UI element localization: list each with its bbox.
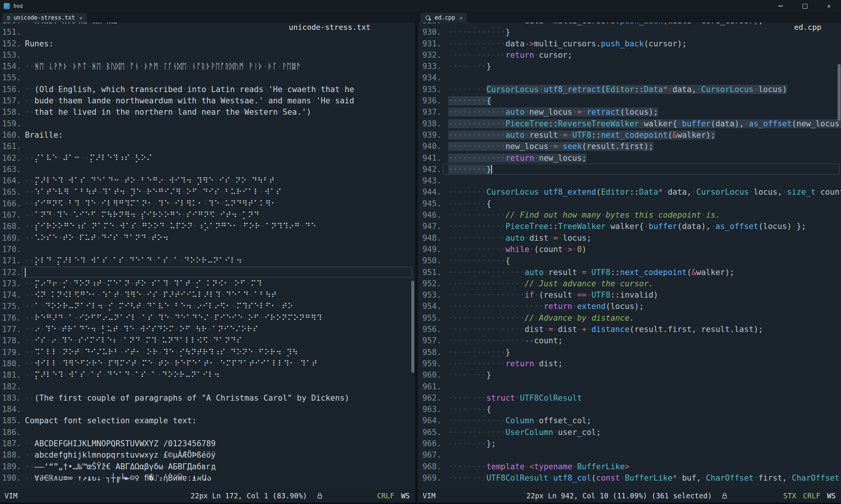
code-line[interactable]: 942.········} xyxy=(418,164,841,175)
text-line[interactable]: 162.··⡌⠁⠧⠑·⠼⠁⠒··⡍⠜⠇⠑⠹⠰⠎·⡣⠕⠌ xyxy=(0,152,415,164)
text-line[interactable]: 179.··⠩⠁⠇⠇·⠝⠕⠞·⠙⠊⠌⠥⠗⠃·⠊⠞⠂·⠕⠗·⠹⠑·⡊⠳⠝⠞⠗⠹⠰⠎… xyxy=(0,347,415,358)
code-line[interactable]: 931.············data->multi_cursors.push… xyxy=(418,38,841,49)
text-line[interactable]: 182. xyxy=(0,381,415,392)
text-line[interactable]: 187.··ABCDEFGHIJKLMNOPQRSTUVWXYZ·/012345… xyxy=(0,438,415,449)
text-line[interactable]: 183.··(The·first·couple·of·paragraphs·of… xyxy=(0,392,415,404)
text-line[interactable]: 173.··⡍⠔⠙⠖·⡊·⠙⠕⠝⠰⠞·⠍⠑⠁⠝·⠞⠕·⠎⠁⠹·⠹⠁⠞·⡊·⠅⠝⠪… xyxy=(0,278,415,289)
text-line[interactable]: 156.··(Old·English,·which·transcribed·in… xyxy=(0,84,415,95)
text-line[interactable]: 166.··⠎⠊⠛⠝⠫·⠃⠹·⠹⠑·⠊⠇⠻⠛⠹⠍⠁⠝⠂·⠹⠑·⠊⠇⠻⠅⠂·⠹⠑·… xyxy=(0,198,415,209)
text-line[interactable]: 152.Runes: xyxy=(0,38,415,49)
text-line[interactable]: 185.Compact·font·selection·example·text: xyxy=(0,415,415,426)
code-line[interactable]: 953.················if·(result·==·UTF8::… xyxy=(418,289,841,301)
code-line[interactable]: 934. xyxy=(418,72,841,83)
code-line[interactable]: 954.····················return·extend(lo… xyxy=(418,301,841,312)
scrollbar-thumb[interactable] xyxy=(411,281,414,373)
code-line[interactable]: 963.········{ xyxy=(418,404,841,415)
text-line[interactable]: 190.··∀∂∈ℝ∧∪≡∞·↑↗↨↻⇣·┐┼╔╘►☺♀·ﬁ�⑀₂ἠḂӥẄɐː⍎… xyxy=(0,472,415,484)
code-line[interactable]: 951.················auto·result·=·UTF8::… xyxy=(418,267,841,278)
code-line[interactable]: 962.········struct·UTF8ColResult xyxy=(418,392,841,404)
code-line[interactable]: 966.········}; xyxy=(418,438,841,449)
code-line[interactable]: 949.············while·(count·>·0) xyxy=(418,244,841,255)
minimize-button[interactable] xyxy=(769,0,793,12)
text-line[interactable]: 180.··⠺⠊⠇⠇·⠹⠻⠑⠋⠕⠗⠑·⠏⠻⠍⠊⠞·⠍⠑·⠞⠕·⠗⠑⠏⠑⠁⠞⠂·⠑… xyxy=(0,358,415,369)
code-line[interactable]: 944.········CursorLocus·utf8_extend(Edit… xyxy=(418,186,841,198)
pane-splitter[interactable] xyxy=(415,23,418,502)
code-line[interactable]: 938.············PieceTree::ReverseTreeWa… xyxy=(418,118,841,129)
code-line[interactable]: 941.············return·new_locus; xyxy=(418,152,841,164)
code-line[interactable]: 957.················--count; xyxy=(418,335,841,346)
code-line[interactable]: 958.············} xyxy=(418,347,841,358)
code-line[interactable]: 959.············return·dist; xyxy=(418,358,841,369)
text-line[interactable]: 176.··⠗⠑⠛⠜⠙·⠁·⠊⠕⠋⠋⠔⠤⠝⠁⠊⠇·⠁⠎·⠹⠑·⠙⠑⠁⠙⠑⠌·⠏⠊… xyxy=(0,312,415,324)
text-line[interactable]: 159. xyxy=(0,118,415,129)
editor-pane-left[interactable]: 150.··እግርህን·በፍራሽህ·ልክ·ዘርጋ።151.152.Runes:1… xyxy=(0,23,415,489)
lock-icon[interactable] xyxy=(317,493,323,499)
tab-ed-cpp[interactable]: ed.cpp ✕ xyxy=(420,13,467,23)
text-line[interactable]: 174.··⠪⠝·⠅⠝⠪⠇⠫⠛⠑⠂·⠱⠁⠞·⠹⠻⠑·⠊⠎·⠏⠜⠞⠊⠊⠥⠇⠜⠇⠹·… xyxy=(0,289,415,301)
text-line[interactable]: 172. xyxy=(0,267,415,278)
code-line[interactable]: 943. xyxy=(418,175,841,186)
text-line[interactable]: 184. xyxy=(0,404,415,415)
text-line[interactable]: 169.··⠡⠕⠎⠑·⠞⠕·⠏⠥⠞·⠙⠊⠎·⠙⠁⠝⠙·⠞⠕⠲ xyxy=(0,232,415,244)
lock-icon[interactable] xyxy=(722,493,727,499)
text-line[interactable]: 160.Braille: xyxy=(0,129,415,141)
code-line[interactable]: 945.········{ xyxy=(418,198,841,209)
code-line[interactable]: 952.················//·Just·advance·the·… xyxy=(418,278,841,289)
line-number: 164. xyxy=(0,175,21,186)
text-line[interactable]: 161. xyxy=(0,141,415,152)
tab-close-icon[interactable]: ✕ xyxy=(460,15,463,21)
line-number: 163. xyxy=(0,164,21,175)
text-line[interactable]: 188.··abcdefghijklmnopqrstuvwxyz·£©µÀÆÖÞ… xyxy=(0,449,415,461)
code-line[interactable]: 950.············{ xyxy=(418,255,841,266)
code-line[interactable]: 937.············auto·new_locus·=·retract… xyxy=(418,106,841,118)
code-line[interactable]: 948.············auto·dist·=·locus; xyxy=(418,232,841,244)
code-line[interactable]: 932.············return·cursor; xyxy=(418,49,841,61)
text-line[interactable]: 175.··⠁·⠙⠕⠕⠗⠤⠝⠁⠊⠇⠲·⡊·⠍⠊⠣⠞·⠙⠁⠧⠑·⠃⠑⠲·⠔⠊⠇⠔⠫… xyxy=(0,301,415,312)
code-line[interactable]: 933.········} xyxy=(418,61,841,72)
code-line[interactable]: 967. xyxy=(418,449,841,461)
text-line[interactable]: 157.··bude·thaem·lande·northweardum·with… xyxy=(0,95,415,106)
close-button[interactable]: ✕ xyxy=(817,0,841,12)
text-line[interactable]: 165.··⠱⠁⠞⠑⠧⠻·⠁⠃⠳⠞·⠹⠁⠞⠲·⡹⠑·⠗⠑⠛⠊⠌⠻·⠕⠋·⠙⠊⠎·… xyxy=(0,186,415,198)
code-line[interactable]: 968.········template·<typename·BufferLik… xyxy=(418,461,841,472)
tab-close-icon[interactable]: ✕ xyxy=(80,15,83,21)
code-line[interactable]: 939.············auto·result·=·UTF8::next… xyxy=(418,129,841,141)
status-flag-ws: WS xyxy=(401,492,410,500)
code-line[interactable]: 964.············Column·offset_col; xyxy=(418,415,841,426)
text-line[interactable]: 170. xyxy=(0,244,415,255)
text-line[interactable]: 154.··ᚻᛖ·ᚳᚹᚫᚦ·ᚦᚫᛏ·ᚻᛖ·ᛒᚢᛞᛖ·ᚩᚾ·ᚦᚫᛗ·ᛚᚪᚾᛞᛖ·ᚾ… xyxy=(0,61,415,72)
maximize-icon xyxy=(803,4,807,9)
code-line[interactable]: 929.················data->multi_cursors.… xyxy=(418,23,841,26)
code-line[interactable]: 965.············UserColumn·user_col; xyxy=(418,427,841,438)
text-line[interactable]: 168.··⡎⠊⠗⠕⠕⠛⠑⠰⠎·⠝⠁⠍⠑·⠺⠁⠎·⠛⠕⠕⠙·⠥⠏⠕⠝·⠰⡡⠁⠝⠛… xyxy=(0,221,415,232)
scrollbar-thumb[interactable] xyxy=(838,64,841,121)
line-number: 152. xyxy=(0,38,21,49)
text-line[interactable]: 158.··that·he·lived·in·the·northern·land… xyxy=(0,106,415,118)
text-line[interactable]: 171.··⡕⠇⠙·⡍⠜⠇⠑⠹·⠺⠁⠎·⠁⠎·⠙⠑⠁⠙·⠁⠎·⠁·⠙⠕⠕⠗⠤⠝⠁… xyxy=(0,255,415,266)
code-line[interactable]: 946.············//·Find·out·how·many·byt… xyxy=(418,209,841,221)
code-line[interactable]: 955.················//·Advance·by·distan… xyxy=(418,312,841,324)
code-line[interactable]: 936.········{ xyxy=(418,95,841,106)
text-line[interactable]: 153. xyxy=(0,49,415,61)
code-line[interactable]: 930.············} xyxy=(418,26,841,38)
code-line[interactable]: 935.········CursorLocus·utf8_retract(Edi… xyxy=(418,84,841,95)
text-line[interactable]: 163. xyxy=(0,164,415,175)
tab-unicode-stress-txt[interactable]: ≡ unicode-stress.txt ✕ xyxy=(2,13,87,23)
text-line[interactable]: 177.··⠔·⠹⠑·⠞⠗⠁⠙⠑⠲·⡃⠥⠞·⠹⠑·⠺⠊⠎⠙⠕⠍·⠕⠋·⠳⠗·⠁⠝… xyxy=(0,324,415,335)
code-line[interactable]: 947.············PieceTree::TreeWalker·wa… xyxy=(418,221,841,232)
code-line[interactable]: 940.············new_locus·=·seek(result.… xyxy=(418,141,841,152)
maximize-button[interactable] xyxy=(793,0,817,12)
code-line[interactable]: 961. xyxy=(418,381,841,392)
line-number: 187. xyxy=(0,438,21,449)
editor-pane-right[interactable]: 929.················data->multi_cursors.… xyxy=(418,23,841,489)
text-line[interactable]: 155. xyxy=(0,72,415,83)
text-line[interactable]: 186. xyxy=(0,427,415,438)
code-line[interactable]: 960.········} xyxy=(418,369,841,381)
text-line[interactable]: 167.··⠁⠝⠙·⠹⠑·⠡⠊⠑⠋·⠍⠳⠗⠝⠻⠲·⡎⠊⠗⠕⠕⠛⠑·⠎⠊⠛⠝⠫·⠊… xyxy=(0,209,415,221)
text-line[interactable]: 181.··⡍⠜⠇⠑⠹·⠺⠁⠎·⠁⠎·⠙⠑⠁⠙·⠁⠎·⠁·⠙⠕⠕⠗⠤⠝⠁⠊⠇⠲ xyxy=(0,369,415,381)
text-line[interactable]: 178.··⠊⠎·⠔·⠹⠑·⠎⠊⠍⠊⠇⠑⠆·⠁⠝⠙·⠍⠹·⠥⠝⠙⠁⠇⠇⠪⠫·⠙⠁… xyxy=(0,335,415,346)
code-line[interactable]: 956.················dist·=·dist·+·distan… xyxy=(418,324,841,335)
code-line[interactable]: 969.········UTF8ColResult·utf8_col(const… xyxy=(418,472,841,484)
text-line[interactable]: 164.··⡍⠜⠇⠑⠹·⠺⠁⠎·⠙⠑⠁⠙⠒·⠞⠕·⠃⠑⠛⠔·⠺⠊⠹⠲·⡹⠻⠑·⠊… xyxy=(0,175,415,186)
text-line[interactable]: 189.··–—‘“”„†•…‰™œŠŸž€·ΑΒΓΔΩαβγδω·АБВГДа… xyxy=(0,461,415,472)
